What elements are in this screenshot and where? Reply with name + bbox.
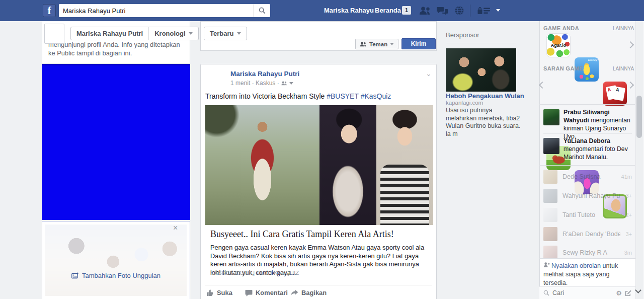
sponsored-ad-image[interactable] bbox=[446, 48, 516, 92]
rail-divider bbox=[539, 165, 635, 166]
post-photo-left bbox=[205, 105, 319, 225]
chat-search-bar: ⚙ bbox=[539, 286, 635, 299]
hashtag-kasquiz[interactable]: #KasQuiz bbox=[361, 92, 391, 100]
home-notification-badge: 1 bbox=[402, 6, 411, 15]
chat-contact-name: Wahyuni Rahayu Putri bbox=[562, 192, 620, 199]
ticker-divider bbox=[543, 133, 632, 134]
chat-contact-time: 3m bbox=[624, 250, 632, 256]
ticker-story[interactable]: Prabu Siliwangi Wahyudi mengomentari kir… bbox=[564, 108, 634, 140]
search-icon[interactable] bbox=[253, 4, 270, 17]
intro-text: mengunjungi profil Anda. Info yang ditet… bbox=[48, 40, 184, 57]
chat-contact-avatar bbox=[543, 208, 557, 222]
ticker-story[interactable]: YuLiana Debora mengomentari foto Dev Mar… bbox=[564, 137, 634, 161]
link-attachment-title[interactable]: Busyeeet.. Ini Cara Gratis Tampil Keren … bbox=[210, 229, 428, 240]
chat-contact[interactable]: Wahyuni Rahayu Putri 3+ bbox=[543, 188, 632, 203]
post-timestamp[interactable]: 1 menit · Kaskus · bbox=[230, 80, 279, 87]
rail-scrollbar-track[interactable] bbox=[635, 21, 643, 299]
ticker-actor-name[interactable]: YuLiana Debora bbox=[564, 137, 610, 144]
game-icon-poker[interactable] bbox=[603, 82, 627, 106]
post-options-chevron[interactable]: ⌄ bbox=[426, 69, 432, 78]
chat-contact-time: 3+ bbox=[625, 193, 632, 199]
friend-requests-icon[interactable] bbox=[419, 5, 432, 16]
thumbs-up-icon bbox=[206, 289, 214, 296]
timeline-button[interactable]: Kronologi bbox=[149, 27, 198, 40]
your-games-more-link[interactable]: LAINNYA bbox=[613, 26, 634, 31]
facebook-logo[interactable]: f bbox=[43, 4, 56, 17]
navbar-profile-link[interactable]: Mariska Rahayu bbox=[324, 7, 374, 14]
post-photo-middle bbox=[319, 105, 376, 225]
audience-friends-icon bbox=[281, 81, 287, 86]
privacy-shortcuts-icon[interactable] bbox=[475, 5, 492, 16]
chat-contact-name: Dede Sutisna bbox=[562, 173, 616, 180]
post-author-avatar[interactable] bbox=[205, 69, 225, 90]
messages-icon[interactable] bbox=[436, 5, 449, 16]
post-meta: 1 menit · Kaskus · bbox=[230, 80, 293, 87]
new-message-icon[interactable] bbox=[625, 290, 631, 296]
post-author-name[interactable]: Mariska Rahayu Putri bbox=[230, 70, 299, 78]
audience-selector-button[interactable]: Teman bbox=[355, 39, 398, 49]
chat-contact-name: Tanti Tuteto bbox=[562, 211, 620, 218]
chat-search-input[interactable] bbox=[552, 289, 613, 296]
hashtag-busyet[interactable]: #BUSYET bbox=[327, 92, 359, 100]
highlighted-photo-placeholder bbox=[42, 64, 190, 220]
comment-button[interactable]: Komentari bbox=[245, 289, 288, 296]
search-input[interactable] bbox=[59, 7, 253, 15]
add-featured-photo-link[interactable]: Tambahkan Foto Unggulan bbox=[42, 272, 190, 279]
chevron-down-icon bbox=[237, 32, 241, 35]
chat-contact-avatar bbox=[543, 246, 557, 260]
like-label: Suka bbox=[217, 289, 232, 296]
audience-label: Teman bbox=[369, 41, 387, 47]
send-button[interactable]: Kirim bbox=[401, 38, 436, 49]
navbar-divider bbox=[369, 5, 369, 17]
top-navbar: f Mariska Rahayu Beranda 1 bbox=[0, 0, 644, 21]
sort-button[interactable]: Terbaru bbox=[204, 27, 246, 40]
share-arrow-icon bbox=[290, 289, 298, 296]
chat-contact-avatar bbox=[543, 170, 557, 184]
chevron-down-icon bbox=[390, 43, 394, 45]
navbar-divider bbox=[470, 5, 470, 17]
chat-contact-name: Sewy Rizky R A bbox=[562, 249, 619, 256]
sponsored-ad-text: Usai isu putrinya melahirkan merebak, ti… bbox=[446, 107, 521, 138]
chevron-down-icon[interactable] bbox=[289, 82, 293, 85]
post-message: Transform into Victoria Beckham Style bbox=[205, 92, 325, 100]
ticker-avatar[interactable] bbox=[543, 138, 559, 154]
profile-name-button[interactable]: Mariska Rahayu Putri bbox=[71, 27, 149, 40]
post-photo-right bbox=[376, 105, 433, 225]
chat-contact-avatar bbox=[543, 227, 557, 241]
chat-contact[interactable]: Tanti Tuteto 2+ bbox=[543, 207, 632, 222]
post-divider bbox=[205, 285, 432, 285]
account-menu-caret[interactable] bbox=[496, 9, 500, 12]
share-button[interactable]: Bagikan bbox=[290, 289, 327, 296]
chat-settings-gear-icon[interactable]: ⚙ bbox=[616, 289, 622, 297]
featured-photo-preview bbox=[45, 225, 187, 296]
photo-plus-icon bbox=[71, 272, 79, 279]
sponsored-ad-title[interactable]: Heboh Pengakuan Wulan bbox=[446, 92, 524, 100]
agario-label: Agar.io bbox=[547, 43, 570, 48]
close-icon[interactable]: × bbox=[173, 223, 178, 233]
sponsored-divider bbox=[446, 43, 516, 43]
rail-divider bbox=[539, 104, 635, 105]
chat-person-icon bbox=[543, 262, 550, 268]
profile-header-avatar[interactable] bbox=[44, 24, 64, 44]
sponsored-ad-domain: kapanlagi.com bbox=[446, 100, 483, 106]
rail-scrollbar-thumb[interactable] bbox=[636, 96, 642, 138]
friends-icon bbox=[360, 42, 367, 47]
home-link[interactable]: Beranda bbox=[375, 7, 401, 14]
add-featured-photo-label: Tambahkan Foto Unggulan bbox=[82, 272, 160, 279]
chat-contact[interactable]: R'aDen Dendy 'Bode... 3+ bbox=[543, 227, 632, 242]
your-games-header: GAME ANDA bbox=[543, 25, 579, 31]
notifications-globe-icon[interactable] bbox=[453, 5, 466, 16]
post-link-image[interactable] bbox=[205, 105, 433, 225]
suggested-games-more-link[interactable]: LAINNYA bbox=[613, 66, 634, 71]
link-attachment-source: KASKUS.CO.ID | OLEH KASQUIZ bbox=[210, 270, 299, 276]
like-button[interactable]: Suka bbox=[206, 289, 232, 296]
chat-contact[interactable]: Dede Sutisna 41m bbox=[543, 169, 632, 184]
ticker-action: mengomentari foto Dev Marihot Manalu. bbox=[564, 145, 628, 161]
turn-on-chat-link[interactable]: Nyalakan obrolan bbox=[551, 262, 601, 269]
game-icon-agario[interactable]: Agar.io bbox=[546, 33, 571, 57]
chat-turn-on-note: Nyalakan obrolan untuk melihat siapa saj… bbox=[543, 262, 624, 287]
navbar-avatar[interactable] bbox=[309, 5, 321, 17]
sort-label: Terbaru bbox=[210, 30, 233, 37]
chevron-down-icon bbox=[189, 32, 193, 35]
ticker-avatar[interactable] bbox=[543, 109, 559, 125]
